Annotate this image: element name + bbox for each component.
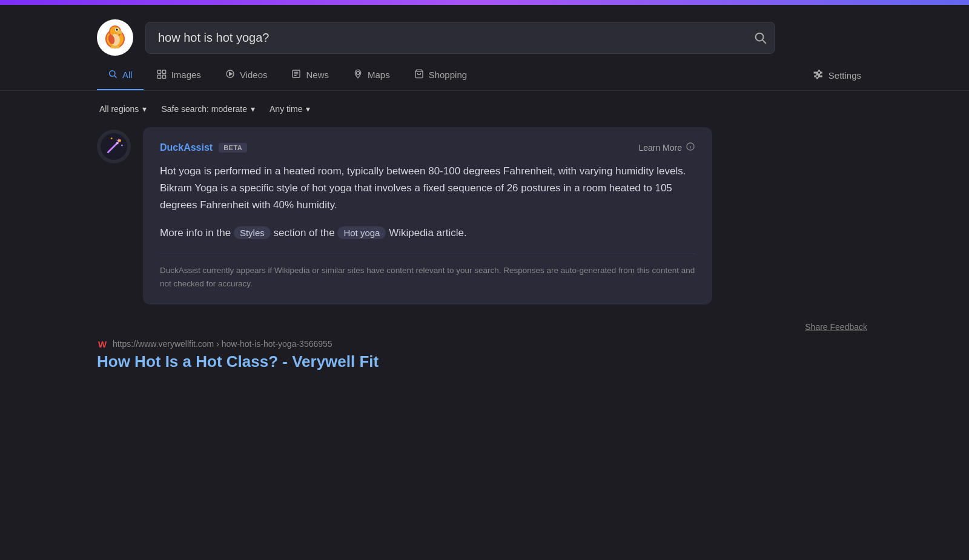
images-icon <box>157 69 167 81</box>
svg-rect-15 <box>157 70 160 73</box>
svg-point-32 <box>121 145 123 147</box>
safe-search-chevron-icon: ▾ <box>251 104 255 114</box>
links-intro-text: More info in the <box>160 227 231 239</box>
shopping-icon <box>414 69 424 81</box>
beta-badge: BETA <box>219 143 247 153</box>
svg-point-6 <box>116 30 122 34</box>
time-chevron-icon: ▾ <box>306 104 310 114</box>
settings-tab[interactable]: Settings <box>802 61 872 90</box>
svg-line-12 <box>762 40 766 43</box>
result-title[interactable]: How Hot Is a Hot Class? - Verywell Fit <box>97 352 872 372</box>
all-icon <box>108 69 117 81</box>
duckassist-container: DuckAssist BETA Learn More <box>97 127 872 305</box>
result-url: https://www.verywellfit.com › how-hot-is… <box>113 339 332 349</box>
svg-point-29 <box>116 142 119 144</box>
svg-rect-16 <box>162 70 165 73</box>
svg-marker-20 <box>230 72 233 75</box>
time-filter-label: Any time <box>270 104 302 114</box>
result-url-line: W https://www.verywellfit.com › how-hot-… <box>97 338 872 349</box>
duckassist-panel: DuckAssist BETA Learn More <box>143 127 712 305</box>
region-filter-label: All regions <box>99 104 139 114</box>
tab-maps-label: Maps <box>368 70 390 80</box>
styles-link[interactable]: Styles <box>234 226 271 239</box>
result-favicon: W <box>97 338 108 349</box>
news-icon <box>291 69 301 81</box>
duckassist-title: DuckAssist <box>160 142 213 153</box>
region-filter[interactable]: All regions ▾ <box>97 100 149 117</box>
search-result-1: W https://www.verywellfit.com › how-hot-… <box>97 338 872 372</box>
search-bar-wrapper <box>145 22 775 54</box>
info-icon <box>686 142 695 153</box>
duckassist-footer: DuckAssist currently appears if Wikipedi… <box>160 254 695 290</box>
tab-videos-label: Videos <box>240 70 268 80</box>
nav-tabs-left: All Images <box>97 61 478 90</box>
tab-shopping[interactable]: Shopping <box>403 61 478 90</box>
time-filter[interactable]: Any time ▾ <box>267 100 313 117</box>
settings-icon <box>813 69 824 82</box>
svg-point-25 <box>356 71 359 74</box>
share-feedback-container: Share Feedback <box>97 321 872 332</box>
duckassist-body-text: Hot yoga is performed in a heated room, … <box>160 163 695 214</box>
svg-point-31 <box>111 137 113 139</box>
safe-search-label: Safe search: moderate <box>161 104 247 114</box>
duckassist-links-line: More info in the Styles section of the H… <box>160 225 695 242</box>
links-middle-text: section of the <box>274 227 335 239</box>
duckassist-title-group: DuckAssist BETA <box>160 142 247 153</box>
learn-more-button[interactable]: Learn More <box>638 142 695 153</box>
svg-point-5 <box>116 28 118 31</box>
svg-rect-18 <box>162 75 165 78</box>
links-end-text: Wikipedia article. <box>389 227 467 239</box>
main-content: DuckAssist BETA Learn More <box>0 127 969 372</box>
share-feedback-link[interactable]: Share Feedback <box>805 322 867 332</box>
svg-point-13 <box>110 71 115 76</box>
filters-bar: All regions ▾ Safe search: moderate ▾ An… <box>0 91 969 127</box>
tab-maps[interactable]: Maps <box>342 61 401 90</box>
settings-label: Settings <box>828 70 861 81</box>
svg-rect-17 <box>157 75 160 78</box>
duckduckgo-logo[interactable] <box>97 19 133 56</box>
safe-search-filter[interactable]: Safe search: moderate ▾ <box>159 100 257 117</box>
tab-all[interactable]: All <box>97 61 144 90</box>
tab-news-label: News <box>306 70 329 80</box>
header <box>0 5 969 56</box>
svg-line-14 <box>114 76 117 78</box>
page-wrapper: All Images <box>0 5 969 560</box>
duckassist-header: DuckAssist BETA Learn More <box>160 142 695 153</box>
top-gradient-bar <box>0 0 969 5</box>
search-button[interactable] <box>753 31 767 44</box>
tab-news[interactable]: News <box>280 61 340 90</box>
tab-all-label: All <box>122 70 133 80</box>
search-input[interactable] <box>145 22 775 54</box>
duckassist-avatar <box>97 130 131 163</box>
hot-yoga-link[interactable]: Hot yoga <box>337 226 386 239</box>
svg-point-10 <box>115 46 120 48</box>
region-chevron-icon: ▾ <box>142 104 147 114</box>
tab-videos[interactable]: Videos <box>214 61 279 90</box>
videos-icon <box>225 69 235 81</box>
nav-tabs: All Images <box>0 61 969 91</box>
svg-point-9 <box>110 46 115 48</box>
learn-more-label: Learn More <box>638 143 682 153</box>
maps-icon <box>353 69 363 81</box>
tab-images[interactable]: Images <box>146 61 212 90</box>
tab-shopping-label: Shopping <box>429 70 467 80</box>
tab-images-label: Images <box>171 70 201 80</box>
